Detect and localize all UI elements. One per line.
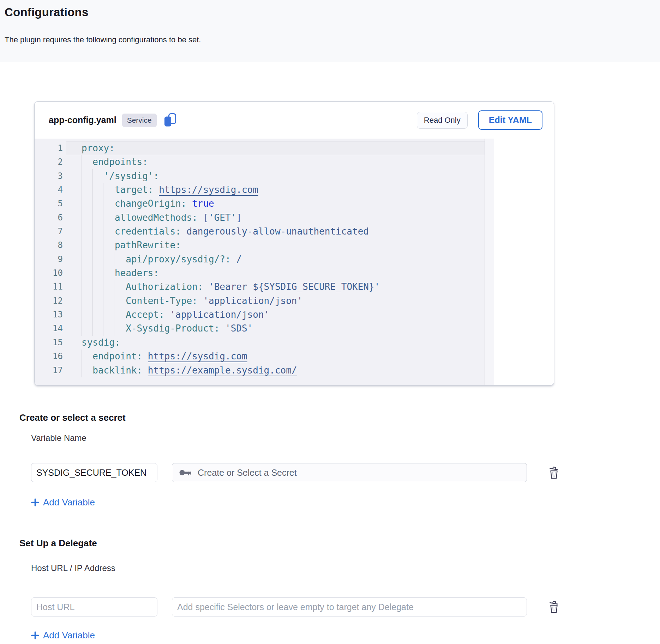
line-number: 6: [35, 211, 66, 225]
plus-icon: [31, 631, 39, 639]
plus-icon: [31, 498, 39, 506]
yaml-config-card: app-config.yaml Service Read Only Edit Y…: [34, 101, 554, 385]
code-line: 8 pathRewrite:: [35, 238, 485, 252]
line-number: 10: [35, 266, 66, 280]
add-variable-button-delegate[interactable]: Add Variable: [31, 630, 95, 641]
host-url-input[interactable]: [31, 597, 157, 616]
code-line: 4 target: https://sysdig.com: [35, 183, 485, 197]
line-number: 2: [35, 155, 66, 169]
code-line: 10 headers:: [35, 266, 485, 280]
line-number: 5: [35, 197, 66, 211]
code-line: 2 endpoints:: [35, 155, 485, 169]
secret-variable-row: Create or Select a Secret: [31, 463, 660, 482]
line-number: 1: [35, 141, 66, 155]
line-number: 16: [35, 350, 66, 363]
code-line: 13 Accept: 'application/json': [35, 308, 485, 322]
secret-select[interactable]: Create or Select a Secret: [172, 463, 527, 482]
delete-variable-button[interactable]: [548, 466, 560, 479]
line-number: 4: [35, 183, 66, 197]
code-line: 17 backlink: https://example.sysdig.com/: [35, 364, 485, 377]
service-badge: Service: [122, 114, 157, 127]
code-line: 3 '/sysdig':: [35, 169, 485, 183]
delegate-selectors-input[interactable]: [172, 597, 527, 616]
code-scrollbar[interactable]: [485, 139, 494, 385]
line-number: 11: [35, 280, 66, 294]
code-line: 7 credentials: dangerously-allow-unauthe…: [35, 225, 485, 238]
line-number: 7: [35, 225, 66, 238]
main-content: app-config.yaml Service Read Only Edit Y…: [0, 101, 660, 641]
delegate-row: [31, 597, 660, 616]
line-number: 13: [35, 308, 66, 322]
line-number: 17: [35, 364, 66, 377]
config-filename: app-config.yaml: [49, 115, 116, 125]
key-icon: [179, 468, 192, 477]
code-scroller[interactable]: 1proxy:2 endpoints:3 '/sysdig':4 target:…: [35, 139, 485, 385]
line-number: 12: [35, 294, 66, 308]
line-number: 3: [35, 169, 66, 183]
yaml-code-editor[interactable]: 1proxy:2 endpoints:3 '/sysdig':4 target:…: [35, 139, 554, 385]
code-line: 5 changeOrigin: true: [35, 197, 485, 211]
code-right-filler: [494, 139, 554, 385]
code-line: 12 Content-Type: 'application/json': [35, 294, 485, 308]
secret-section-heading: Create or select a secret: [19, 412, 660, 423]
delete-delegate-button[interactable]: [548, 600, 560, 614]
edit-yaml-button[interactable]: Edit YAML: [478, 110, 542, 130]
page-title: Configurations: [0, 0, 660, 19]
add-variable-button-secret[interactable]: Add Variable: [31, 497, 95, 508]
delegate-section-heading: Set Up a Delegate: [19, 538, 660, 549]
line-number: 14: [35, 322, 66, 335]
code-line: 14 X-Sysdig-Product: 'SDS': [35, 322, 485, 335]
line-number: 9: [35, 253, 66, 266]
read-only-badge: Read Only: [417, 112, 468, 129]
secret-select-placeholder: Create or Select a Secret: [198, 468, 297, 478]
add-variable-label: Add Variable: [43, 630, 95, 641]
add-variable-label: Add Variable: [43, 497, 95, 508]
host-url-label: Host URL / IP Address: [31, 563, 660, 573]
code-line: 11 Authorization: 'Bearer ${SYSDIG_SECUR…: [35, 280, 485, 294]
code-line: 1proxy:: [35, 141, 485, 155]
variable-name-label: Variable Name: [31, 433, 660, 443]
code-line: 15sysdig:: [35, 336, 485, 350]
copy-icon[interactable]: [163, 113, 177, 128]
line-number: 8: [35, 238, 66, 252]
code-line: 16 endpoint: https://sysdig.com: [35, 350, 485, 363]
yaml-card-header: app-config.yaml Service Read Only Edit Y…: [35, 102, 554, 139]
page-subtitle: The plugin requires the following config…: [0, 19, 660, 44]
code-line: 9 api/proxy/sysdig/?: /: [35, 253, 485, 266]
page-header: Configurations The plugin requires the f…: [0, 0, 660, 62]
line-number: 15: [35, 336, 66, 350]
variable-name-input[interactable]: [31, 463, 157, 482]
code-line: 6 allowedMethods: ['GET']: [35, 211, 485, 225]
